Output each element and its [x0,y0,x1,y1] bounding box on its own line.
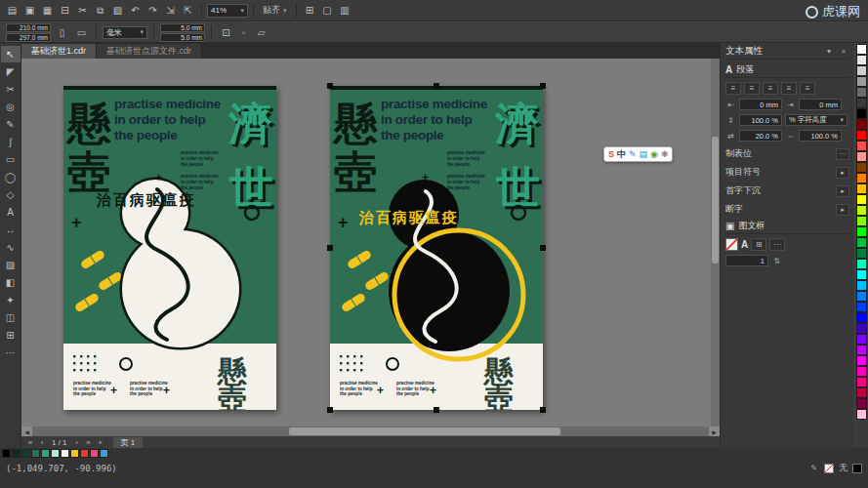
palette-swatch[interactable] [856,259,867,269]
scroll-left-arrow[interactable]: ◀ [21,427,32,436]
interactive-fill-tool[interactable]: ◫ [1,309,21,326]
horizontal-scrollbar-track[interactable] [32,427,709,436]
scroll-right-arrow[interactable]: ▶ [709,427,720,436]
align-right-button[interactable]: ≡ [763,82,778,95]
open-icon[interactable]: ▣ [21,2,38,19]
crop-tool[interactable]: ✂ [1,81,21,98]
landscape-button[interactable]: ▭ [73,24,90,41]
duplicate-distance-field[interactable]: 5.0 mm [160,33,205,42]
zoom-tool[interactable]: ◎ [1,99,21,115]
text-tool[interactable]: A [1,204,21,221]
undo-icon[interactable]: ↶ [127,2,144,19]
last-page-button[interactable]: » [84,438,94,447]
palette-swatch[interactable] [856,87,867,98]
vertical-scrollbar-thumb[interactable] [712,137,719,264]
frame-section-header[interactable]: ▣ 图文框 [725,219,849,234]
hyphenation-toggle-button[interactable]: ▸ [836,204,849,216]
ime-pen-icon[interactable]: ✎ [629,149,637,159]
add-page-button[interactable]: + [96,438,105,447]
char-spacing-field[interactable]: 20.0 % [739,130,782,142]
artistic-media-tool[interactable]: ∫ [1,134,21,150]
polygon-tool[interactable]: ◇ [1,186,21,203]
palette-swatch[interactable] [856,173,867,183]
palette-swatch[interactable] [856,409,867,420]
document-palette-swatch[interactable] [100,449,108,458]
more-tools[interactable]: ⋯ [1,345,21,361]
columns-stepper-icon[interactable]: ⇅ [771,257,782,265]
units-select[interactable]: 毫米 ▾ [103,26,147,39]
document-palette-swatch[interactable] [2,449,11,458]
frame-align-button[interactable]: ⊞ [751,238,766,251]
color-eyedropper-tool[interactable]: ✦ [1,292,21,308]
pick-tool[interactable]: ↖ [1,46,21,62]
palette-swatch[interactable] [856,76,867,87]
document-tab[interactable]: 基础济世点源文件.cdr [97,44,202,59]
selection-handle[interactable] [540,83,546,89]
export-icon[interactable]: ⇱ [180,2,196,19]
columns-field[interactable]: 1 [725,255,768,266]
page-height-field[interactable]: 297.0 mm [6,33,51,42]
layout-icon[interactable]: ▱ [253,24,269,41]
selection-handle[interactable] [540,407,546,413]
fill-color-chip[interactable] [824,464,834,473]
snap-to-button[interactable]: 贴齐 ▾ [259,4,291,18]
palette-swatch[interactable] [856,302,867,312]
frame-more-button[interactable]: ⋯ [769,238,785,251]
palette-swatch[interactable] [856,355,867,366]
palette-swatch[interactable] [856,312,867,323]
document-palette-swatch[interactable] [51,449,60,458]
table-tool[interactable]: ⊞ [1,327,21,344]
palette-swatch[interactable] [856,269,867,280]
palette-swatch[interactable] [856,334,867,345]
dimension-tool[interactable]: ↔ [1,222,21,238]
palette-swatch[interactable] [856,65,867,76]
palette-swatch[interactable] [856,162,867,173]
align-left-button[interactable]: ≡ [725,82,741,95]
palette-swatch[interactable] [856,291,867,302]
paste-icon[interactable]: ▧ [109,2,126,19]
palette-swatch[interactable] [856,151,867,162]
first-page-button[interactable]: « [25,438,35,447]
tabs-more-button[interactable]: ⋯ [836,148,849,160]
transparency-tool[interactable]: ◧ [1,274,21,291]
palette-swatch[interactable] [856,44,867,55]
new-document-icon[interactable]: ▤ [4,2,21,19]
application-launcher-icon[interactable]: ⊞ [302,2,318,19]
rectangle-tool[interactable]: ▭ [1,151,21,168]
word-spacing-field[interactable]: 100.0 % [799,130,842,142]
canvas[interactable]: 濟 濟 世 世 懸 壺 practise medicine in order t… [21,59,720,427]
rulers-toggle-icon[interactable]: ▥ [337,2,353,19]
cut-icon[interactable]: ✂ [74,2,91,19]
palette-swatch[interactable] [856,345,867,355]
dropcap-toggle-button[interactable]: ▸ [836,185,849,197]
bullets-item[interactable]: 项目符号 ▸ [725,166,849,179]
document-palette-swatch[interactable] [21,449,30,458]
left-indent-field[interactable]: 0 mm [739,99,782,110]
selection-handle[interactable] [540,245,546,251]
freehand-tool[interactable]: ✎ [1,116,21,133]
selection-handle[interactable] [327,245,333,251]
poster-left[interactable]: 濟 濟 世 世 懸 壺 practise medicine in order t… [63,86,276,410]
right-indent-field[interactable]: 0 mm [799,99,842,110]
document-tab[interactable]: 基础济世1.cdr [21,44,97,59]
next-page-button[interactable]: › [72,438,82,447]
line-spacing-field[interactable]: 100.0 % [739,114,782,126]
document-palette-swatch[interactable] [90,449,99,458]
document-palette-swatch[interactable] [80,449,89,458]
hyphenation-item[interactable]: 断字 ▸ [725,203,849,216]
bleed-icon[interactable]: ▫ [235,24,252,41]
document-palette-swatch[interactable] [70,449,79,458]
paragraph-section-header[interactable]: A 段落 [725,62,849,78]
align-force-button[interactable]: ≡ [800,82,815,95]
print-icon[interactable]: ⊟ [57,2,73,19]
save-icon[interactable]: ▦ [39,2,56,19]
selection-handle[interactable] [434,407,439,413]
palette-swatch[interactable] [856,226,867,237]
import-icon[interactable]: ⇲ [162,2,179,19]
document-palette-swatch[interactable] [41,449,50,458]
frame-fill-none-chip[interactable] [725,238,738,251]
ellipse-tool[interactable]: ◯ [1,169,21,185]
ime-mic-icon[interactable]: ◉ [650,149,658,159]
align-full-button[interactable]: ≡ [781,82,797,95]
nudge-distance-field[interactable]: 5.0 mm [160,23,205,32]
